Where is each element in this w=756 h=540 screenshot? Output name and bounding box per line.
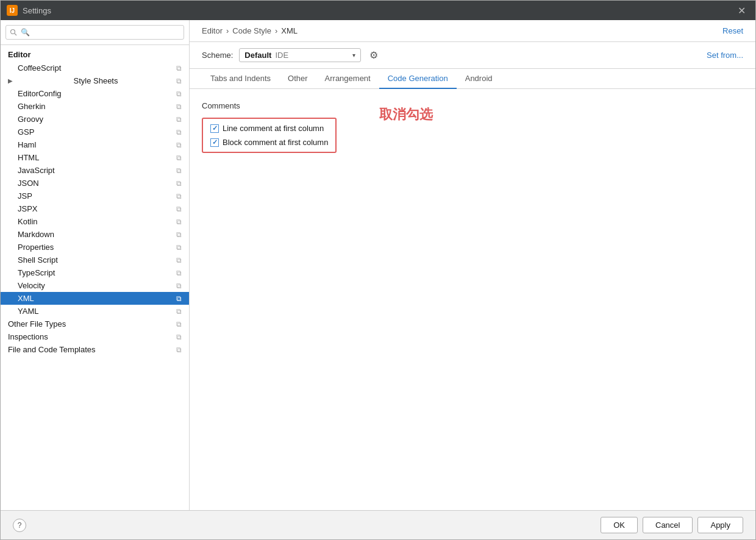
- main-panel: Editor › Code Style › XML Reset Scheme: …: [190, 20, 755, 510]
- sidebar-item-properties[interactable]: Properties ⧉: [1, 241, 189, 254]
- copy-icon: ⧉: [176, 102, 182, 111]
- copy-icon: ⧉: [176, 320, 182, 329]
- tab-other[interactable]: Other: [279, 69, 316, 89]
- sidebar-item-markdown[interactable]: Markdown ⧉: [1, 228, 189, 241]
- copy-icon: ⧉: [176, 307, 182, 316]
- sidebar-item-kotlin[interactable]: Kotlin ⧉: [1, 215, 189, 228]
- copy-icon: ⧉: [176, 256, 182, 265]
- sidebar-item-label: File and Code Templates: [8, 345, 96, 354]
- titlebar-left: IJ Settings: [7, 5, 51, 16]
- comments-section: Line comment at first column Block comme…: [202, 118, 743, 153]
- gear-button[interactable]: ⚙: [367, 48, 380, 62]
- copy-icon: ⧉: [176, 205, 182, 213]
- copy-icon: ⧉: [176, 128, 182, 137]
- sidebar-item-label: YAML: [18, 307, 38, 316]
- search-input[interactable]: [5, 25, 184, 40]
- comments-box: Line comment at first column Block comme…: [202, 118, 337, 153]
- sidebar-item-file-code-templates[interactable]: File and Code Templates ⧉: [1, 343, 189, 356]
- search-bar: [1, 20, 189, 45]
- sidebar-item-label: Shell Script: [18, 255, 58, 265]
- sidebar-item-label: CoffeeScript: [18, 63, 61, 73]
- line-comment-checkbox[interactable]: [210, 124, 219, 133]
- sidebar-item-label: Velocity: [18, 281, 45, 290]
- copy-icon: ⧉: [176, 115, 182, 124]
- main-header: Editor › Code Style › XML Reset: [190, 20, 755, 42]
- tab-arrangement[interactable]: Arrangement: [316, 69, 379, 89]
- tab-tabs-indents[interactable]: Tabs and Indents: [202, 69, 279, 89]
- line-comment-label: Line comment at first column: [223, 124, 324, 133]
- sidebar-item-label: JSPX: [18, 204, 38, 213]
- sidebar: Editor CoffeeScript ⧉ ▶ Style Sheets ⧉ E…: [1, 20, 190, 510]
- cancel-button[interactable]: Cancel: [643, 517, 693, 533]
- breadcrumb: Editor › Code Style › XML: [202, 26, 298, 35]
- sidebar-item-label: JSP: [18, 191, 32, 201]
- copy-icon: ⧉: [176, 77, 182, 85]
- close-button[interactable]: ✕: [734, 2, 749, 19]
- ok-button[interactable]: OK: [601, 517, 638, 533]
- sidebar-item-label: JavaScript: [18, 166, 55, 175]
- tab-android[interactable]: Android: [457, 69, 501, 89]
- window-title: Settings: [23, 6, 51, 15]
- block-comment-row[interactable]: Block comment at first column: [210, 138, 328, 147]
- sidebar-item-groovy[interactable]: Groovy ⧉: [1, 113, 189, 126]
- sidebar-item-html[interactable]: HTML ⧉: [1, 151, 189, 164]
- sidebar-item-gsp[interactable]: GSP ⧉: [1, 126, 189, 138]
- copy-icon: ⧉: [176, 154, 182, 162]
- block-comment-label: Block comment at first column: [223, 138, 328, 147]
- tab-code-generation[interactable]: Code Generation: [379, 69, 457, 89]
- line-comment-row[interactable]: Line comment at first column: [210, 124, 328, 133]
- reset-button[interactable]: Reset: [722, 26, 743, 35]
- scheme-select[interactable]: Default IDE ▾: [239, 48, 361, 62]
- sidebar-item-label: GSP: [18, 127, 34, 137]
- copy-icon: ⧉: [176, 333, 182, 341]
- set-from-button[interactable]: Set from...: [707, 51, 743, 60]
- sidebar-item-label: Inspections: [8, 332, 48, 341]
- copy-icon: ⧉: [176, 192, 182, 201]
- sidebar-item-label: HTML: [18, 153, 39, 162]
- sidebar-item-inspections[interactable]: Inspections ⧉: [1, 330, 189, 343]
- sidebar-item-jspx[interactable]: JSPX ⧉: [1, 202, 189, 215]
- block-comment-checkbox[interactable]: [210, 138, 219, 147]
- tabs-bar: Tabs and Indents Other Arrangement Code …: [190, 69, 755, 89]
- sidebar-item-shell-script[interactable]: Shell Script ⧉: [1, 254, 189, 266]
- sidebar-item-label: Style Sheets: [74, 76, 118, 85]
- copy-icon: ⧉: [176, 282, 182, 290]
- help-button[interactable]: ?: [13, 519, 26, 532]
- sidebar-item-jsp[interactable]: JSP ⧉: [1, 190, 189, 202]
- apply-button[interactable]: Apply: [697, 517, 743, 533]
- sidebar-item-editorconfig[interactable]: EditorConfig ⧉: [1, 87, 189, 100]
- titlebar: IJ Settings ✕: [1, 1, 755, 20]
- copy-icon: ⧉: [176, 166, 182, 175]
- sidebar-item-typescript[interactable]: TypeScript ⧉: [1, 266, 189, 279]
- sidebar-item-style-sheets[interactable]: ▶ Style Sheets ⧉: [1, 74, 189, 87]
- chevron-down-icon: ▾: [352, 52, 355, 59]
- breadcrumb-editor: Editor: [202, 26, 223, 35]
- copy-icon: ⧉: [176, 218, 182, 226]
- scheme-label: Scheme:: [202, 51, 233, 60]
- sidebar-item-label: XML: [18, 294, 34, 303]
- tree: Editor CoffeeScript ⧉ ▶ Style Sheets ⧉ E…: [1, 45, 189, 510]
- copy-icon: ⧉: [176, 141, 182, 149]
- sidebar-item-coffeescript[interactable]: CoffeeScript ⧉: [1, 62, 189, 74]
- sidebar-item-javascript[interactable]: JavaScript ⧉: [1, 164, 189, 177]
- sidebar-item-gherkin[interactable]: Gherkin ⧉: [1, 100, 189, 113]
- sidebar-item-other-file-types[interactable]: Other File Types ⧉: [1, 318, 189, 330]
- sidebar-item-yaml[interactable]: YAML ⧉: [1, 305, 189, 318]
- copy-icon: ⧉: [176, 243, 182, 252]
- sidebar-item-label: TypeScript: [18, 268, 55, 277]
- sidebar-item-json[interactable]: JSON ⧉: [1, 177, 189, 190]
- breadcrumb-code-style: Code Style: [232, 26, 271, 35]
- sidebar-item-label: Haml: [18, 140, 36, 149]
- sidebar-item-label: JSON: [18, 179, 39, 188]
- app-icon: IJ: [7, 5, 18, 16]
- scheme-type: IDE: [275, 51, 288, 60]
- sidebar-item-label: Markdown: [18, 230, 54, 239]
- sidebar-item-velocity[interactable]: Velocity ⧉: [1, 279, 189, 292]
- copy-icon: ⧉: [176, 90, 182, 98]
- copy-icon: ⧉: [176, 294, 182, 303]
- breadcrumb-sep1: ›: [226, 26, 229, 35]
- annotation-text: 取消勾选: [379, 105, 433, 124]
- sidebar-item-xml[interactable]: XML ⧉: [1, 292, 189, 305]
- sidebar-item-haml[interactable]: Haml ⧉: [1, 138, 189, 151]
- scheme-name: Default: [244, 51, 271, 60]
